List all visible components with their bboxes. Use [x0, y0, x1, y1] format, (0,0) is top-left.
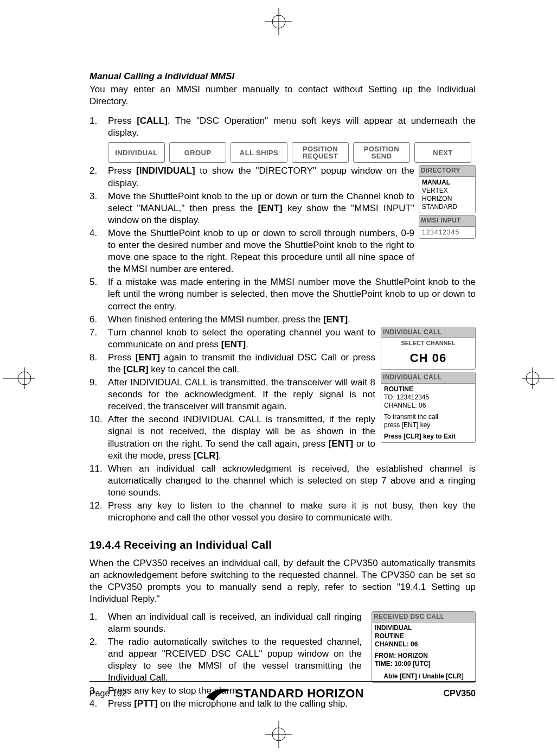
section-title: Manual Calling a Individual MMSI [89, 71, 476, 82]
popup-stack-directory: DIRECTORY MANUAL VERTEX HORIZON STANDARD… [419, 165, 476, 240]
steps-list-5: 11. When an individual call acknowledgme… [89, 463, 476, 524]
crop-mark-left [3, 365, 35, 392]
popup-line: ROUTINE [384, 385, 472, 393]
step-text: Move the ShuttlePoint knob to the up or … [108, 190, 414, 226]
popup-line: Able [ENT] / Unable [CLR] [375, 672, 472, 681]
received-dsc-popup: RECEIVED DSC CALL INDIVIDUAL ROUTINE CHA… [372, 611, 476, 683]
step-text: Press [INDIVIDUAL] to show the "DIRECTOR… [108, 165, 414, 189]
step-number: 9. [89, 377, 108, 412]
step-text: Move the ShuttlePoint knob to up or down… [108, 227, 414, 275]
mmsi-input-popup: MMSI INPUT 123412345 [419, 215, 476, 239]
step-number: 1. [89, 611, 108, 635]
popup-line: TIME: 10:00 [UTC] [375, 660, 472, 668]
step-1: 1. Press [CALL]. The "DSC Operation" men… [89, 115, 476, 139]
popup-body: MANUAL VERTEX HORIZON STANDARD [419, 177, 475, 213]
body-paragraph: When the CPV350 receives an individual c… [89, 557, 476, 605]
step-text: When an individual call is received, an … [108, 611, 362, 635]
step-number: 4. [89, 227, 108, 275]
step-number: 1. [89, 115, 108, 139]
step2-1: 1. When an individual call is received, … [89, 611, 362, 635]
directory-popup: DIRECTORY MANUAL VERTEX HORIZON STANDARD [419, 165, 476, 213]
step-2: 2. Press [INDIVIDUAL] to show the "DIREC… [89, 165, 414, 189]
step-10: 10. After the second INDIVIDUAL CALL is … [89, 414, 375, 461]
step-number: 2. [89, 636, 108, 684]
individual-call-confirm-popup: INDIVIDUAL CALL ROUTINE TO: 123412345 CH… [381, 372, 476, 443]
softkey-group[interactable]: GROUP [169, 142, 226, 163]
directory-item: MANUAL [422, 179, 472, 187]
step-number: 11. [89, 463, 108, 499]
softkey-all-ships[interactable]: ALL SHIPS [231, 142, 287, 163]
softkey-individual[interactable]: INDIVIDUAL [108, 142, 165, 163]
steps-list-3: 5. If a mistake was made entering in the… [89, 276, 476, 325]
brand-swoosh-icon [206, 688, 231, 701]
step-text: After INDIVIDUAL CALL is transmitted, th… [108, 377, 375, 412]
popup-line: CHANNEL: 06 [375, 640, 472, 649]
popup-header: DIRECTORY [419, 166, 475, 177]
step-number: 7. [89, 327, 108, 351]
step-7: 7. Turn channel knob to select the opera… [89, 327, 375, 351]
page-footer: Page 102 STANDARD HORIZON CPV350 [89, 681, 476, 702]
popup-body: ROUTINE TO: 123412345 CHANNEL: 06 To tra… [381, 384, 475, 442]
step-6: 6. When finished entering the MMSI numbe… [89, 314, 476, 326]
step-3: 3. Move the ShuttlePoint knob to the up … [89, 190, 414, 226]
step-number: 6. [89, 314, 108, 326]
directory-item: STANDARD [422, 203, 472, 211]
popup-header: INDIVIDUAL CALL [381, 372, 475, 384]
step-text: When finished entering the MMSI number, … [108, 314, 476, 326]
step-text: If a mistake was made entering in the MM… [108, 276, 476, 312]
popup-header: RECEIVED DSC CALL [372, 612, 475, 623]
popup-line: press [ENT] key [384, 421, 472, 429]
popup-header: MMSI INPUT [419, 215, 475, 227]
directory-item: HORIZON [422, 195, 472, 203]
step-4: 4. Move the ShuttlePoint knob to up or d… [89, 227, 414, 275]
step-text: Press [ENT] again to transmit the indivi… [108, 352, 375, 376]
step-8: 8. Press [ENT] again to transmit the ind… [89, 352, 375, 376]
step-text: Press any key to listen to the channel t… [108, 500, 476, 524]
step-number: 8. [89, 352, 108, 376]
softkey-position-send[interactable]: POSITIONSEND [353, 142, 410, 163]
individual-call-select-popup: INDIVIDUAL CALL SELECT CHANNEL CH 06 [381, 327, 476, 370]
crop-mark-bottom [265, 721, 292, 748]
step-number: 5. [89, 276, 108, 312]
softkey-row: INDIVIDUAL GROUP ALL SHIPS POSITIONREQUE… [108, 142, 476, 163]
step-text: Press [CALL]. The "DSC Operation" menu s… [108, 115, 476, 139]
step-text: When an individual call acknowledgment i… [108, 463, 476, 499]
step-text: The radio automatically switches to the … [108, 636, 362, 684]
brand-logo: STANDARD HORIZON [206, 686, 364, 702]
steps-list-1: 1. Press [CALL]. The "DSC Operation" men… [89, 115, 476, 139]
channel-display: CH 06 [381, 348, 475, 370]
popup-line: TO: 123412345 [384, 393, 472, 402]
softkey-position-request[interactable]: POSITIONREQUEST [292, 142, 349, 163]
steps-list-2: 2. Press [INDIVIDUAL] to show the "DIREC… [89, 165, 476, 275]
subsection-heading: 19.4.4 Receiving an Individual Call [89, 538, 476, 552]
popup-subheader: SELECT CHANNEL [381, 338, 475, 348]
popup-line: CHANNEL: 06 [384, 402, 472, 410]
directory-item: VERTEX [422, 187, 472, 195]
step-12: 12. Press any key to listen to the chann… [89, 500, 476, 524]
step-5: 5. If a mistake was made entering in the… [89, 276, 476, 312]
page-number: Page 102 [89, 688, 127, 700]
popup-body: 123412345 [419, 227, 475, 238]
step-number: 10. [89, 414, 108, 461]
popup-line: INDIVIDUAL [375, 624, 472, 632]
popup-line: Press [CLR] key to Exit [384, 433, 472, 441]
crop-mark-right [522, 365, 554, 392]
step-text: Turn channel knob to select the operatin… [108, 327, 375, 351]
step-number: 12. [89, 500, 108, 524]
popup-stack-individual-call: INDIVIDUAL CALL SELECT CHANNEL CH 06 IND… [381, 327, 476, 445]
intro-paragraph: You may enter an MMSI number manually to… [89, 84, 476, 107]
step-text: After the second INDIVIDUAL CALL is tran… [108, 414, 375, 461]
popup-line: To transmit the call [384, 413, 472, 421]
brand-text: STANDARD HORIZON [235, 686, 364, 702]
popup-received-dsc: RECEIVED DSC CALL INDIVIDUAL ROUTINE CHA… [367, 611, 476, 683]
popup-line: FROM: HORIZON [375, 652, 472, 660]
model-number: CPV350 [443, 688, 476, 700]
step-11: 11. When an individual call acknowledgme… [89, 463, 476, 499]
softkey-next[interactable]: NEXT [414, 142, 471, 163]
document-page: Manual Calling a Individual MMSI You may… [0, 0, 557, 756]
popup-line: ROUTINE [375, 632, 472, 640]
step-number: 2. [89, 165, 108, 189]
popup-body: INDIVIDUAL ROUTINE CHANNEL: 06 FROM: HOR… [372, 622, 475, 682]
crop-mark-top [265, 8, 292, 35]
popup-header: INDIVIDUAL CALL [381, 327, 475, 339]
